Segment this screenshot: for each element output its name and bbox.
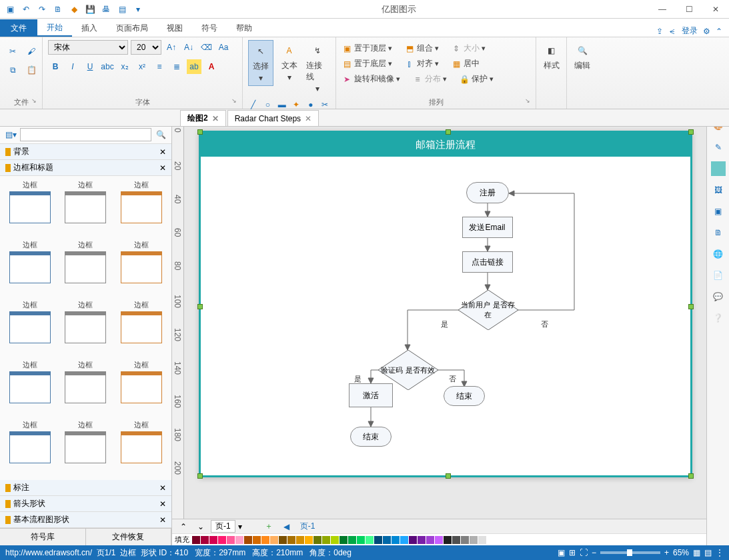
color-swatch[interactable] [296, 536, 304, 544]
color-swatch[interactable] [244, 536, 252, 544]
search-input[interactable] [20, 128, 151, 141]
decrease-font-icon[interactable]: A↓ [181, 40, 196, 55]
tab-symbol[interactable]: 符号 [192, 19, 227, 37]
view-mode-icon[interactable]: ▣ [558, 548, 565, 557]
share-icon[interactable]: ⪪ [668, 27, 676, 36]
color-swatch[interactable] [322, 536, 330, 544]
color-swatch[interactable] [409, 536, 417, 544]
chevron-up-icon[interactable]: ⌃ [716, 27, 722, 36]
undo-icon[interactable]: ↶ [20, 3, 32, 15]
color-swatch[interactable] [313, 536, 321, 544]
layers-icon[interactable]: ▣ [711, 204, 726, 219]
shape-item[interactable]: 边框 [114, 359, 169, 417]
color-swatch[interactable] [357, 536, 365, 544]
tab-layout[interactable]: 页面布局 [107, 19, 157, 37]
color-swatch[interactable] [348, 536, 356, 544]
library-menu-icon[interactable]: ▤▾ [4, 128, 17, 141]
paste-icon[interactable]: 📋 [24, 63, 39, 77]
rotate-shapes[interactable]: 旋转和镜像 [354, 73, 394, 85]
color-swatch[interactable] [366, 536, 374, 544]
color-swatch[interactable] [470, 536, 478, 544]
note-icon[interactable]: 📄 [711, 268, 726, 283]
color-swatch[interactable] [435, 536, 443, 544]
fullscreen-icon[interactable]: ⛶ [580, 548, 588, 557]
shape-item[interactable]: 边框 [3, 299, 57, 357]
doctab-1[interactable]: 绘图2✕ [180, 110, 226, 126]
tab-start[interactable]: 开始 [37, 19, 72, 37]
status-url[interactable]: http://www.edrawsoft.cn/ [5, 548, 92, 557]
node-send[interactable]: 发送Email [462, 217, 513, 238]
shape-item[interactable]: 边框 [114, 239, 169, 297]
color-swatch[interactable] [253, 536, 261, 544]
export-icon[interactable]: ⇪ [656, 27, 663, 36]
color-swatch[interactable] [478, 536, 486, 544]
color-swatch[interactable] [305, 536, 313, 544]
underline-icon[interactable]: U [83, 59, 97, 74]
clear-format-icon[interactable]: ⌫ [199, 40, 213, 55]
maximize-button[interactable]: ☐ [676, 0, 702, 19]
color-swatch[interactable] [383, 536, 391, 544]
superscript-icon[interactable]: x² [135, 59, 149, 74]
italic-icon[interactable]: I [65, 59, 80, 74]
canvas[interactable]: 邮箱注册流程 [184, 121, 706, 519]
document-icon[interactable]: 🗎 [711, 225, 726, 240]
increase-font-icon[interactable]: A↑ [164, 40, 179, 55]
strike-icon[interactable]: abc [100, 59, 115, 74]
shape-item[interactable]: 边框 [114, 299, 169, 357]
font-color-icon[interactable]: A [204, 59, 219, 74]
page-label[interactable]: 页-1 [211, 520, 235, 533]
shape-item[interactable]: 边框 [59, 359, 113, 417]
category-border[interactable]: 边框和标题✕ [0, 160, 171, 176]
node-end2[interactable]: 结束 [350, 427, 392, 447]
color-swatch[interactable] [339, 536, 347, 544]
category-basic[interactable]: 基本流程图形状✕ [0, 512, 171, 528]
color-swatch[interactable] [192, 536, 200, 544]
gear-icon[interactable]: ⚙ [703, 27, 710, 36]
group-shapes[interactable]: 组合 [417, 43, 433, 54]
view-grid-icon[interactable]: ▦ [693, 548, 700, 557]
close-button[interactable]: ✕ [702, 0, 729, 19]
page[interactable]: 邮箱注册流程 [199, 131, 692, 477]
node-userexist[interactable]: 当前用户 是否存在 [458, 290, 518, 330]
minimize-button[interactable]: — [649, 0, 676, 19]
file-menu[interactable]: 文件 [0, 19, 37, 37]
sidebar-tab-library[interactable]: 符号库 [0, 529, 86, 545]
align-shapes[interactable]: 对齐 [417, 58, 433, 69]
page-prev-icon[interactable]: ◀ [279, 522, 293, 531]
case-icon[interactable]: Aa [216, 40, 231, 55]
zoom-slider[interactable] [600, 551, 660, 554]
send-back[interactable]: 置于底层 [354, 58, 386, 69]
select-tool[interactable]: ↖选择▾ [248, 40, 273, 86]
bold-icon[interactable]: B [48, 59, 63, 74]
color-swatch[interactable] [418, 536, 426, 544]
close-tab-icon[interactable]: ✕ [305, 114, 311, 123]
fill-swatch-icon[interactable]: . [711, 161, 726, 176]
close-panel-icon[interactable]: ✕ [159, 113, 166, 122]
color-swatch[interactable] [235, 536, 243, 544]
node-end1[interactable]: 结束 [444, 386, 485, 406]
style-button[interactable]: ◧样式 [542, 40, 561, 74]
category-background[interactable]: 背景✕ [0, 144, 171, 160]
edit-icon[interactable]: ✎ [711, 140, 726, 155]
line-spacing-icon[interactable]: ≡ [152, 59, 167, 74]
shapes-icon[interactable]: ◆ [68, 3, 80, 15]
save-icon[interactable]: 💾 [84, 3, 96, 15]
comment-icon[interactable]: 💬 [711, 289, 726, 304]
zoom-out-icon[interactable]: − [592, 548, 596, 557]
node-activate[interactable]: 激活 [349, 383, 393, 407]
category-arrow[interactable]: 箭头形状✕ [0, 496, 171, 512]
tab-view[interactable]: 视图 [157, 19, 192, 37]
center-shapes[interactable]: 居中 [464, 58, 480, 69]
protect-shapes[interactable]: 保护 [472, 73, 488, 85]
cut-icon[interactable]: ✂ [5, 44, 20, 59]
text-tool[interactable]: A文本▾ [276, 40, 301, 85]
shape-item[interactable]: 边框 [3, 179, 57, 237]
color-swatch[interactable] [201, 536, 209, 544]
color-swatch[interactable] [461, 536, 469, 544]
shape-item[interactable]: 边框 [3, 239, 57, 297]
shape-item[interactable]: 边框 [114, 179, 169, 237]
tab-help[interactable]: 帮助 [227, 19, 261, 37]
fit-page-icon[interactable]: ⊞ [569, 548, 576, 557]
help-icon[interactable]: ❔ [711, 311, 726, 325]
sidebar-tab-recovery[interactable]: 文件恢复 [86, 529, 172, 545]
